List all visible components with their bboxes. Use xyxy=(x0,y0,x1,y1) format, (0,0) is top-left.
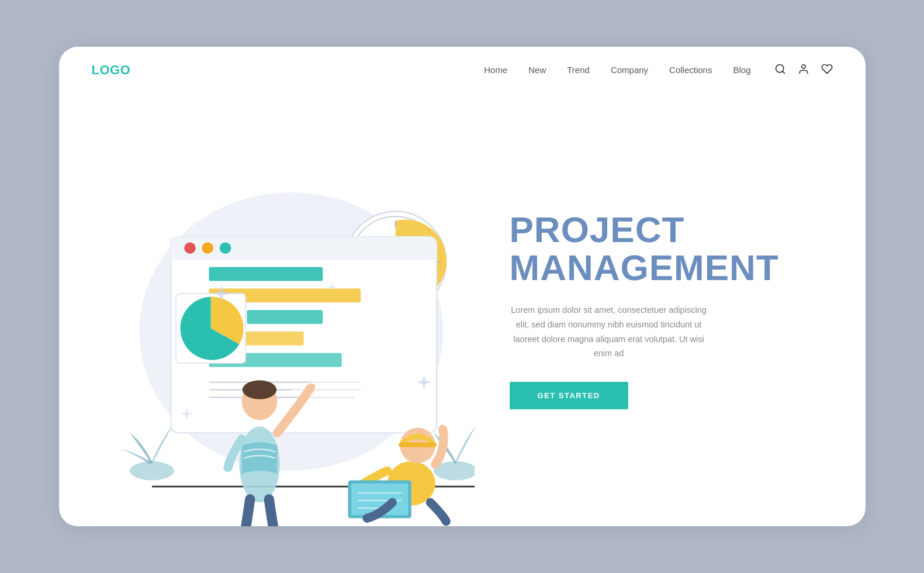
user-icon[interactable] xyxy=(798,63,809,78)
nav-blog[interactable]: Blog xyxy=(733,65,750,75)
svg-rect-21 xyxy=(247,310,323,324)
svg-rect-40 xyxy=(399,442,437,447)
hero-title: PROJECT MANAGEMENT xyxy=(510,210,779,286)
navbar: LOGO Home New Trend Company Collections … xyxy=(59,47,866,94)
svg-point-34 xyxy=(242,380,276,399)
svg-line-1 xyxy=(782,71,784,73)
nav-trend[interactable]: Trend xyxy=(567,65,590,75)
hero-description: Lorem ipsum dolor sit amet, consectetuer… xyxy=(510,303,708,361)
illustration-area xyxy=(59,94,486,526)
main-content: PROJECT MANAGEMENT Lorem ipsum dolor sit… xyxy=(59,94,866,526)
nav-links: Home New Trend Company Collections Blog xyxy=(484,65,750,75)
svg-rect-19 xyxy=(209,267,323,281)
svg-point-16 xyxy=(184,242,195,253)
svg-point-41 xyxy=(439,424,445,431)
svg-point-37 xyxy=(309,384,315,390)
svg-point-2 xyxy=(801,64,805,68)
nav-collections[interactable]: Collections xyxy=(669,65,712,75)
text-area: PROJECT MANAGEMENT Lorem ipsum dolor sit… xyxy=(486,94,866,526)
nav-new[interactable]: New xyxy=(528,65,546,75)
main-card: LOGO Home New Trend Company Collections … xyxy=(59,47,866,526)
heart-icon[interactable] xyxy=(821,63,833,78)
nav-icons xyxy=(774,63,833,78)
logo[interactable]: LOGO xyxy=(92,63,131,78)
svg-point-17 xyxy=(202,242,213,253)
svg-point-18 xyxy=(219,242,230,253)
search-icon[interactable] xyxy=(774,63,786,78)
nav-company[interactable]: Company xyxy=(611,65,648,75)
get-started-button[interactable]: GET STARTED xyxy=(510,382,628,409)
nav-home[interactable]: Home xyxy=(484,65,507,75)
plant-left xyxy=(120,423,174,480)
